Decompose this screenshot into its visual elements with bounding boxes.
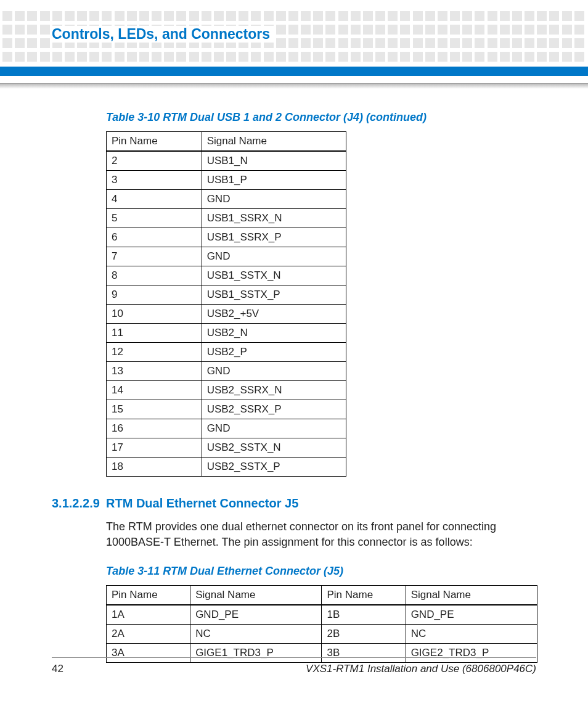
- table-row: 17USB2_SSTX_N: [107, 438, 346, 458]
- table-cell: 13: [107, 362, 202, 381]
- section-body: The RTM provides one dual ethernet conne…: [106, 519, 536, 550]
- table-row: 11USB2_N: [107, 324, 346, 343]
- table-header-cell: Signal Name: [190, 586, 322, 605]
- table-cell: 6: [107, 228, 202, 247]
- table-cell: 2B: [322, 625, 406, 644]
- header-blue-bar: [0, 67, 588, 76]
- table-3-11: Pin NameSignal NamePin NameSignal Name1A…: [106, 585, 537, 663]
- table-3-10: Pin NameSignal Name2USB1_N3USB1_P4GND5US…: [106, 131, 346, 477]
- table-row: 3USB1_P: [107, 171, 346, 190]
- page-footer: 42 VXS1-RTM1 Installation and Use (68068…: [52, 657, 536, 675]
- table-header-cell: Pin Name: [107, 132, 202, 152]
- table-cell: GND: [202, 419, 346, 438]
- table-cell: USB2_SSRX_N: [202, 381, 346, 400]
- table-cell: USB1_N: [202, 151, 346, 171]
- table-row: 10USB2_+5V: [107, 305, 346, 324]
- table-header-cell: Signal Name: [406, 586, 537, 605]
- table-row: 14USB2_SSRX_N: [107, 381, 346, 400]
- table-header-cell: Signal Name: [202, 132, 346, 152]
- table-cell: 11: [107, 324, 202, 343]
- table-row: 15USB2_SSRX_P: [107, 400, 346, 419]
- table-cell: 12: [107, 343, 202, 362]
- table-cell: 9: [107, 285, 202, 305]
- table-row: 8USB1_SSTX_N: [107, 266, 346, 285]
- header-grey-rule: [0, 83, 588, 89]
- table-cell: 16: [107, 419, 202, 438]
- table-cell: 17: [107, 438, 202, 458]
- page-title: Controls, LEDs, and Connectors: [51, 26, 276, 43]
- table-cell: 1B: [322, 605, 406, 625]
- table-cell: 8: [107, 266, 202, 285]
- table-row: 2ANC2BNC: [107, 625, 537, 644]
- document-id: VXS1-RTM1 Installation and Use (6806800P…: [306, 663, 536, 675]
- table-cell: NC: [406, 625, 537, 644]
- table-row: 6USB1_SSRX_P: [107, 228, 346, 247]
- table-3-11-caption: Table 3-11 RTM Dual Ethernet Connector (…: [106, 565, 536, 578]
- table-row: 7GND: [107, 247, 346, 266]
- section-number: 3.1.2.2.9: [52, 496, 106, 511]
- table-cell: USB1_SSRX_N: [202, 209, 346, 228]
- table-row: 18USB2_SSTX_P: [107, 458, 346, 477]
- table-row: 16GND: [107, 419, 346, 438]
- table-cell: NC: [190, 625, 322, 644]
- table-cell: USB2_SSTX_N: [202, 438, 346, 458]
- section-title: RTM Dual Ethernet Connector J5: [106, 496, 298, 511]
- table-cell: GND: [202, 362, 346, 381]
- table-cell: USB1_SSRX_P: [202, 228, 346, 247]
- table-cell: 1A: [107, 605, 190, 625]
- table-cell: GND_PE: [190, 605, 322, 625]
- table-cell: 5: [107, 209, 202, 228]
- page-number: 42: [52, 663, 63, 675]
- table-row: 1AGND_PE1BGND_PE: [107, 605, 537, 625]
- table-cell: USB2_SSRX_P: [202, 400, 346, 419]
- table-cell: USB2_P: [202, 343, 346, 362]
- table-header-cell: Pin Name: [107, 586, 190, 605]
- table-cell: 2: [107, 151, 202, 171]
- table-cell: GND: [202, 247, 346, 266]
- table-cell: GND_PE: [406, 605, 537, 625]
- table-cell: 2A: [107, 625, 190, 644]
- table-3-10-caption: Table 3-10 RTM Dual USB 1 and 2 Connecto…: [106, 111, 536, 124]
- table-row: 12USB2_P: [107, 343, 346, 362]
- table-header-cell: Pin Name: [322, 586, 406, 605]
- table-row: 9USB1_SSTX_P: [107, 285, 346, 305]
- table-cell: GND: [202, 190, 346, 209]
- table-cell: USB1_P: [202, 171, 346, 190]
- table-row: 5USB1_SSRX_N: [107, 209, 346, 228]
- table-cell: 18: [107, 458, 202, 477]
- table-cell: 4: [107, 190, 202, 209]
- table-row: 4GND: [107, 190, 346, 209]
- table-cell: 3: [107, 171, 202, 190]
- table-cell: USB2_SSTX_P: [202, 458, 346, 477]
- table-cell: USB2_+5V: [202, 305, 346, 324]
- table-cell: 7: [107, 247, 202, 266]
- table-cell: USB1_SSTX_N: [202, 266, 346, 285]
- table-cell: USB1_SSTX_P: [202, 285, 346, 305]
- table-cell: 14: [107, 381, 202, 400]
- table-cell: USB2_N: [202, 324, 346, 343]
- table-cell: 10: [107, 305, 202, 324]
- table-row: 2USB1_N: [107, 151, 346, 171]
- table-cell: 15: [107, 400, 202, 419]
- table-row: 13GND: [107, 362, 346, 381]
